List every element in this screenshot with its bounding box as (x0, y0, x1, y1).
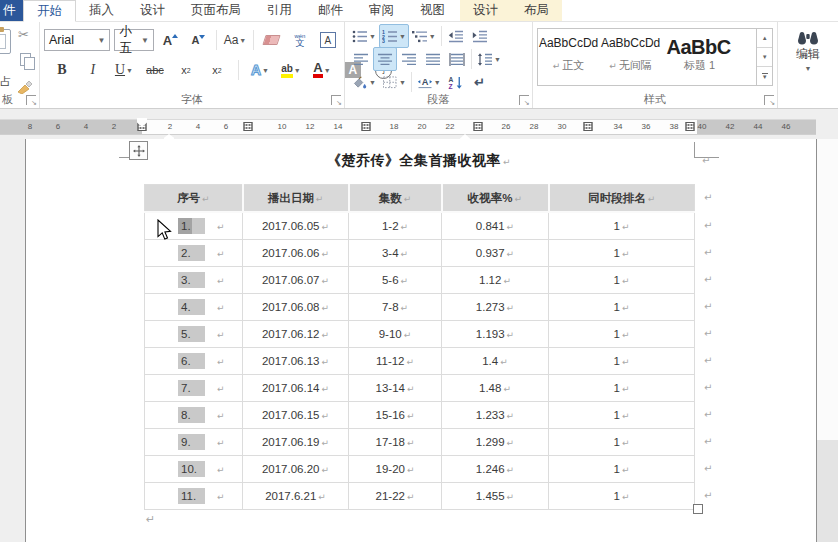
font-dialog-launcher[interactable] (331, 95, 341, 105)
table-column-marker[interactable] (474, 122, 483, 131)
ribbon-tab[interactable]: 开始 (23, 0, 76, 22)
show-hide-marks-button[interactable]: ↵ (468, 70, 492, 94)
superscript-button[interactable]: x2 (205, 58, 229, 82)
cell-rating[interactable]: 0.937↵ (442, 240, 549, 267)
paste-label[interactable]: 占 (0, 74, 11, 89)
column-header[interactable]: 同时段排名↵ (549, 185, 695, 213)
cell-rank[interactable]: 1↵ (549, 375, 695, 402)
cell-episodes[interactable]: 17-18↵ (349, 429, 442, 456)
shrink-font-button[interactable]: A (186, 28, 210, 52)
numbering-field[interactable]: 6. (178, 353, 205, 369)
numbering-field[interactable]: 9. (178, 434, 205, 450)
ribbon-tab-contextual[interactable]: 设计 (460, 0, 511, 21)
cell-date[interactable]: 2017.06.14↵ (243, 375, 349, 402)
cell-episodes[interactable]: 15-16↵ (349, 402, 442, 429)
cell-date[interactable]: 2017.06.12↵ (243, 321, 349, 348)
cell-date[interactable]: 2017.06.20↵ (243, 456, 349, 483)
character-border-button[interactable]: A (316, 28, 340, 52)
cut-icon[interactable]: ✂ (18, 27, 29, 42)
cell-rating[interactable]: 1.193↵ (442, 321, 549, 348)
cell-rating[interactable]: 1.455↵ (442, 483, 549, 510)
cell-episodes[interactable]: 5-6↵ (349, 267, 442, 294)
ribbon-tab-contextual[interactable]: 布局 (511, 0, 562, 21)
cell-rating[interactable]: 1.233↵ (442, 402, 549, 429)
ratings-table[interactable]: 序号↵播出日期↵集数↵收视率%↵同时段排名↵1.↵2017.06.05↵1-2↵… (144, 184, 695, 510)
ribbon-tab[interactable]: 引用 (254, 0, 305, 21)
cell-date[interactable]: 2017.06.13↵ (243, 348, 349, 375)
borders-button[interactable]: ▼ (379, 70, 409, 94)
file-tab[interactable]: 件 (0, 0, 23, 21)
numbering-field[interactable]: 2. (178, 245, 205, 261)
cell-date[interactable]: 2017.06.15↵ (243, 402, 349, 429)
cell-rank[interactable]: 1↵ (549, 321, 695, 348)
cell-date[interactable]: 2017.6.21↵ (243, 483, 349, 510)
numbering-field[interactable]: 5. (178, 326, 205, 342)
numbering-field[interactable]: 7. (178, 380, 205, 396)
cell-episodes[interactable]: 11-12↵ (349, 348, 442, 375)
document-title[interactable]: 《楚乔传》全集首播收视率↵ (144, 152, 694, 170)
editing-button[interactable]: 编辑 ▼ (782, 24, 834, 72)
ribbon-tab[interactable]: 插入 (76, 0, 127, 21)
change-case-button[interactable]: Aa▼ (223, 28, 247, 52)
column-header[interactable]: 收视率%↵ (442, 185, 549, 213)
cell-episodes[interactable]: 1-2↵ (349, 212, 442, 240)
cell-rank[interactable]: 1↵ (549, 294, 695, 321)
cell-date[interactable]: 2017.06.19↵ (243, 429, 349, 456)
scroll-up-button[interactable]: ▲ (757, 29, 772, 48)
numbering-field[interactable]: 3. (178, 272, 205, 288)
numbering-field[interactable]: 11. (178, 488, 205, 504)
more-styles-button[interactable]: ▼ (757, 67, 772, 85)
bold-button[interactable]: B (50, 58, 74, 82)
cell-no[interactable]: 4.↵ (145, 294, 243, 321)
text-effects-button[interactable]: A▼ (248, 58, 272, 82)
cell-episodes[interactable]: 13-14↵ (349, 375, 442, 402)
clear-formatting-button[interactable] (260, 28, 284, 52)
numbering-field[interactable]: 1. (178, 218, 205, 234)
copy-icon[interactable] (20, 53, 31, 66)
style-item[interactable]: AaBbC标题 1 (662, 29, 736, 85)
cell-episodes[interactable]: 9-10↵ (349, 321, 442, 348)
cell-rank[interactable]: 1↵ (549, 212, 695, 240)
subscript-button[interactable]: x2 (174, 58, 198, 82)
numbering-field[interactable]: 10. (178, 461, 205, 477)
column-header[interactable]: 播出日期↵ (243, 185, 349, 213)
line-spacing-button[interactable]: ▼ (474, 47, 504, 71)
align-left-button[interactable] (349, 47, 373, 71)
justify-button[interactable] (421, 47, 445, 71)
table-column-marker[interactable] (686, 122, 695, 131)
cell-episodes[interactable]: 19-20↵ (349, 456, 442, 483)
cell-no[interactable]: 9.↵ (145, 429, 243, 456)
strikethrough-button[interactable]: abc (143, 58, 167, 82)
ribbon-tab[interactable]: 邮件 (305, 0, 356, 21)
cell-no[interactable]: 11.↵ (145, 483, 243, 510)
cell-rank[interactable]: 1↵ (549, 240, 695, 267)
scroll-down-button[interactable]: ▼ (757, 48, 772, 67)
underline-button[interactable]: U▼ (112, 58, 136, 82)
cell-rank[interactable]: 1↵ (549, 267, 695, 294)
cell-rank[interactable]: 1↵ (549, 402, 695, 429)
cell-rating[interactable]: 1.4↵ (442, 348, 549, 375)
distribute-button[interactable] (445, 47, 469, 71)
cell-rating[interactable]: 1.12↵ (442, 267, 549, 294)
cell-no[interactable]: 10.↵ (145, 456, 243, 483)
table-column-marker[interactable] (244, 122, 253, 131)
cell-no[interactable]: 7.↵ (145, 375, 243, 402)
bullet-list-button[interactable]: ▼ (349, 24, 379, 48)
table-column-marker[interactable] (362, 122, 371, 131)
cell-date[interactable]: 2017.06.06↵ (243, 240, 349, 267)
sort-button[interactable]: AZ (444, 70, 468, 94)
ribbon-tab[interactable]: 审阅 (356, 0, 407, 21)
phonetic-guide-button[interactable]: wén文 (288, 28, 312, 52)
paragraph-dialog-launcher[interactable] (519, 95, 529, 105)
cell-rating[interactable]: 1.273↵ (442, 294, 549, 321)
cell-episodes[interactable]: 7-8↵ (349, 294, 442, 321)
cell-rating[interactable]: 1.299↵ (442, 429, 549, 456)
style-item[interactable]: AaBbCcDd↵正文 (538, 29, 600, 85)
table-resize-handle[interactable] (693, 504, 703, 514)
shading-button[interactable]: ▼ (349, 70, 379, 94)
highlight-button[interactable]: ab▼ (279, 58, 303, 82)
column-header[interactable]: 集数↵ (349, 185, 442, 213)
ribbon-tab[interactable]: 页面布局 (178, 0, 254, 21)
cell-date[interactable]: 2017.06.05↵ (243, 212, 349, 240)
cell-no[interactable]: 8.↵ (145, 402, 243, 429)
